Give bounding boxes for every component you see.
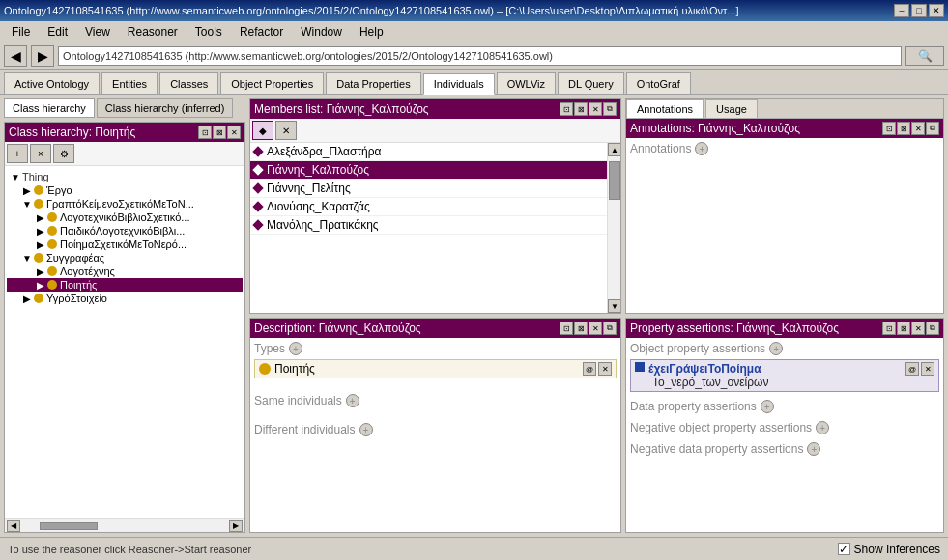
show-inferences-label: Show Inferences [854, 543, 940, 556]
menu-view[interactable]: View [77, 23, 118, 41]
menu-refactor[interactable]: Refactor [232, 23, 291, 41]
members-btn-2[interactable]: ⊠ [574, 102, 588, 116]
neg-data-property-add-btn[interactable]: + [807, 442, 820, 456]
forward-button[interactable]: ▶ [31, 45, 54, 67]
prop-edit-btn[interactable]: @ [905, 362, 919, 376]
tree-item-logotexnis[interactable]: ▶ Λογοτέχνης [7, 265, 243, 278]
prop-btn-2[interactable]: ⊠ [897, 322, 910, 335]
minimize-button[interactable]: – [894, 4, 909, 17]
toggle-poiima[interactable]: ▶ [34, 239, 47, 250]
prop-assertion-1[interactable]: έχειΓράψειΤοΠοίημα Το_νερό_των_ονείρων @… [630, 359, 939, 392]
tree-settings-btn[interactable]: ⚙ [53, 144, 74, 163]
back-button[interactable]: ◀ [4, 45, 27, 67]
same-individuals-add-btn[interactable]: + [346, 394, 359, 407]
members-delete-btn[interactable]: ✕ [275, 121, 297, 140]
tab-individuals[interactable]: Individuals [423, 73, 495, 95]
member-manolis[interactable]: Μανόλης_Πρατικάκης [250, 216, 607, 235]
tab-data-properties[interactable]: Data Properties [326, 72, 420, 94]
toggle-ergo[interactable]: ▶ [20, 185, 34, 196]
members-scroll-up[interactable]: ▲ [608, 143, 620, 156]
h-scroll-thumb[interactable] [40, 522, 98, 530]
search-button[interactable]: 🔍 [905, 46, 944, 66]
tab-owlviz[interactable]: OWLViz [497, 72, 556, 94]
tab-dl-query[interactable]: DL Query [558, 72, 624, 94]
tree-item-poiima[interactable]: ▶ ΠοίημαΣχετικόΜεΤοΝερό... [7, 238, 243, 251]
type-edit-btn[interactable]: @ [583, 362, 596, 376]
prop-btn-1[interactable]: ⊡ [882, 322, 896, 335]
menu-help[interactable]: Help [352, 23, 391, 41]
type-delete-btn[interactable]: ✕ [598, 362, 612, 376]
toggle-logotexniko[interactable]: ▶ [34, 212, 47, 223]
menu-tools[interactable]: Tools [187, 23, 230, 41]
member-giannis-p[interactable]: Γιάννης_Πελίτης [250, 180, 607, 198]
toggle-ygro[interactable]: ▶ [20, 294, 34, 304]
tree-item-ygro[interactable]: ▶ ΥγρόΣτοιχείο [7, 292, 243, 305]
neg-object-property-add-btn[interactable]: + [816, 421, 829, 434]
members-scroll-thumb[interactable] [609, 161, 620, 200]
prop-btn-3[interactable]: ✕ [911, 322, 925, 335]
annot-btn-1[interactable]: ⊡ [882, 122, 896, 135]
member-alexandra[interactable]: Αλεξάνδρα_Πλαστήρα [250, 143, 607, 161]
toggle-syggrafeas[interactable]: ▼ [20, 253, 34, 264]
tree-item-poiitis[interactable]: ▶ Ποιητής [7, 278, 243, 292]
ch-tab-normal[interactable]: Class hierarchy [4, 98, 95, 118]
panel-btn-3[interactable]: ✕ [227, 126, 241, 139]
toggle-grapto[interactable]: ▼ [20, 199, 34, 210]
annot-tab-usage[interactable]: Usage [705, 99, 758, 118]
menu-reasoner[interactable]: Reasoner [120, 23, 186, 41]
desc-btn-3[interactable]: ✕ [589, 322, 602, 335]
members-btn-3[interactable]: ✕ [589, 102, 602, 116]
tree-item-thing[interactable]: ▼ Thing [7, 170, 243, 183]
menu-window[interactable]: Window [293, 23, 350, 41]
tab-object-properties[interactable]: Object Properties [220, 72, 324, 94]
data-property-add-btn[interactable]: + [761, 400, 774, 413]
scroll-right-btn[interactable]: ▶ [229, 520, 243, 532]
object-property-add-btn[interactable]: + [769, 342, 783, 355]
desc-btn-2[interactable]: ⊠ [574, 322, 588, 335]
prop-delete-btn[interactable]: ✕ [921, 362, 934, 376]
tree-item-logotexniko[interactable]: ▶ ΛογοτεχνικόΒιβλιοΣχετικό... [7, 210, 243, 224]
annotations-add-btn[interactable]: + [695, 142, 708, 155]
prop-btn-4[interactable]: ⧉ [926, 322, 939, 335]
annot-btn-3[interactable]: ✕ [911, 122, 925, 135]
tab-ontograf[interactable]: OntoGraf [626, 72, 691, 94]
types-add-btn[interactable]: + [289, 342, 302, 355]
show-inferences-checkbox[interactable]: ✓ [838, 543, 850, 555]
member-giannis[interactable]: Γιάννης_Καλπούζος [250, 161, 607, 180]
annot-btn-2[interactable]: ⊠ [897, 122, 910, 135]
type-poiitis[interactable]: Ποιητής @ ✕ [254, 359, 617, 378]
maximize-button[interactable]: □ [911, 4, 927, 17]
menu-edit[interactable]: Edit [40, 23, 75, 41]
ch-tab-inferred[interactable]: Class hierarchy (inferred) [97, 98, 233, 118]
tree-item-paidiko[interactable]: ▶ ΠαιδικόΛογοτεχνικόΒιβλι... [7, 224, 243, 238]
members-btn-4[interactable]: ⧉ [603, 102, 617, 116]
close-button[interactable]: ✕ [929, 4, 944, 17]
tree-item-ergo[interactable]: ▶ Έργο [7, 183, 243, 197]
annot-btn-4[interactable]: ⧉ [926, 122, 939, 135]
toggle-paidiko[interactable]: ▶ [34, 226, 47, 237]
members-scroll-down[interactable]: ▼ [608, 299, 620, 313]
tab-entities[interactable]: Entities [101, 72, 158, 94]
members-btn-1[interactable]: ⊡ [560, 102, 573, 116]
tree-expand-btn[interactable]: + [7, 144, 28, 163]
tab-active-ontology[interactable]: Active Ontology [4, 72, 100, 94]
tree-item-syggrafeas[interactable]: ▼ Συγγραφέας [7, 251, 243, 265]
toggle-logotexnis[interactable]: ▶ [34, 266, 47, 277]
tree-collapse-btn[interactable]: × [30, 144, 51, 163]
scroll-left-btn[interactable]: ◀ [7, 520, 20, 532]
toggle-poiitis[interactable]: ▶ [34, 280, 47, 291]
menu-file[interactable]: File [4, 23, 38, 41]
tab-classes[interactable]: Classes [159, 72, 218, 94]
panel-btn-2[interactable]: ⊠ [213, 126, 226, 139]
address-bar[interactable]: Ontology1427108541635 (http://www.semant… [58, 46, 902, 66]
tree-item-grapto[interactable]: ▼ ΓραπτόΚείμενοΣχετικόΜεΤοΝ... [7, 197, 243, 210]
member-dionysis[interactable]: Διονύσης_Καρατζάς [250, 198, 607, 216]
panel-btn-1[interactable]: ⊡ [198, 126, 212, 139]
annot-tab-annotations[interactable]: Annotations [626, 99, 704, 118]
desc-btn-4[interactable]: ⧉ [603, 322, 617, 335]
members-add-btn[interactable]: ◆ [252, 121, 273, 140]
window-controls: – □ ✕ [894, 4, 944, 17]
toggle-thing[interactable]: ▼ [9, 172, 22, 182]
different-individuals-add-btn[interactable]: + [359, 423, 373, 436]
desc-btn-1[interactable]: ⊡ [560, 322, 573, 335]
